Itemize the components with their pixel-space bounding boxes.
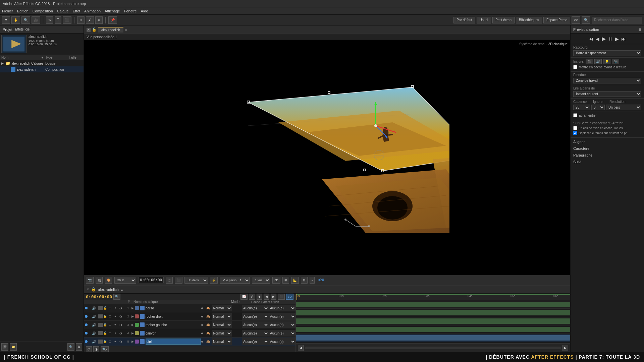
expand-icon[interactable]: ▶ xyxy=(1,62,5,65)
layer-3-shy[interactable]: 🙈 xyxy=(206,323,212,326)
tool-hand[interactable]: ✋ xyxy=(11,16,20,24)
comp-tab[interactable]: alex radelich xyxy=(98,27,123,33)
timeline-options[interactable]: ≡ xyxy=(121,288,123,292)
keyframe-nav-left[interactable]: ◀ xyxy=(264,294,269,300)
layer-1-audio[interactable]: 🔊 xyxy=(92,306,98,310)
paragraphe-section[interactable]: Paragraphe xyxy=(571,151,644,158)
quality-select[interactable]: Un demi xyxy=(184,277,208,284)
layer-2-effects[interactable]: ✦ xyxy=(114,315,119,318)
timeline-lock-icon[interactable]: 🔓 xyxy=(91,287,96,292)
3d-view-btn[interactable]: 3D xyxy=(272,277,280,284)
layer-1-solo[interactable] xyxy=(98,306,103,310)
search-button[interactable]: 🔍 xyxy=(582,16,590,24)
pixel-aspect-btn[interactable]: ▪ xyxy=(310,277,315,284)
new-folder-btn[interactable]: 📁 xyxy=(10,343,17,351)
layer-3-solo[interactable] xyxy=(98,323,103,327)
layer-1-motion-blur[interactable]: ◑ xyxy=(119,306,125,310)
timeline-ruler[interactable]: 0s 01s 02s 03s 04s 05s 06s 07s 08s 09s 1… xyxy=(296,294,570,300)
layer-2-mode-select[interactable]: Normal xyxy=(212,313,232,320)
layer-3-mode-select[interactable]: Normal xyxy=(212,321,232,328)
layer-3-link-select[interactable]: Aucun(e) xyxy=(269,321,296,328)
etendue-select[interactable]: Zone de travail xyxy=(573,78,641,83)
raccourci-select[interactable]: Barre d'espacement xyxy=(573,50,641,56)
graph-editor-btn[interactable]: 📈 xyxy=(240,294,248,300)
cadence-select[interactable]: 25 xyxy=(573,105,590,110)
layer-1-shy[interactable]: 🙈 xyxy=(206,306,212,310)
layer-5-expand[interactable]: ▶ xyxy=(131,340,135,343)
layer-4-shy[interactable]: 🙈 xyxy=(206,331,212,335)
menu-fichier[interactable]: Fichier xyxy=(2,9,13,13)
menu-aide[interactable]: Aide xyxy=(141,9,148,13)
go-to-start-btn[interactable]: ⏮ xyxy=(588,36,594,42)
layer-2-solo[interactable] xyxy=(98,314,103,318)
menu-effet[interactable]: Effet xyxy=(73,9,80,13)
suivi-section[interactable]: Suivi xyxy=(571,158,644,165)
prev-frame-btn[interactable]: ◀ xyxy=(595,36,600,42)
menu-fenetre[interactable]: Fenêtre xyxy=(124,9,137,13)
layer-2-parent-select[interactable]: Aucun(e) xyxy=(242,313,269,320)
layer-row-2[interactable]: 🔊 🔓 ⬡ ✦ ◑ 2 ▶ rocher droit ◆ xyxy=(84,312,296,321)
view-count-select[interactable]: 1 vue xyxy=(252,277,270,284)
layer-5-visibility[interactable] xyxy=(85,340,88,343)
show-channel-btn[interactable]: 🎨 xyxy=(105,277,112,284)
menu-affichage[interactable]: Affichage xyxy=(105,9,120,13)
include-overflow-btn[interactable]: 💡 xyxy=(603,59,610,64)
layer-2-lock[interactable]: 🔓 xyxy=(103,315,109,318)
playhead[interactable] xyxy=(297,294,297,300)
layer-5-solo[interactable] xyxy=(98,340,103,344)
layer-4-3d[interactable]: ⬡ xyxy=(109,331,114,335)
layer-3-parent-select[interactable]: Aucun(e) xyxy=(242,321,269,328)
layer-4-link-select[interactable]: Aucun(e) xyxy=(269,330,296,337)
layer-2-link-select[interactable]: Aucun(e) xyxy=(269,313,296,320)
timeline-zoom-out-btn[interactable]: 🔍- xyxy=(101,346,109,352)
project-delete-btn[interactable]: 🗑 xyxy=(76,343,82,351)
skip-cache-checkbox[interactable] xyxy=(573,65,577,69)
timeline-scroll-right[interactable]: ▶ xyxy=(562,345,568,351)
include-video-btn[interactable]: 🎬 xyxy=(586,59,593,64)
menu-edition[interactable]: Edition xyxy=(17,9,29,13)
include-custom-btn[interactable]: 📷 xyxy=(612,59,619,64)
workspace-espace-perso[interactable]: Espace Perso xyxy=(543,17,570,23)
layer-1-mode-select[interactable]: Normal xyxy=(212,305,232,311)
layer-2-motion-blur[interactable]: ◑ xyxy=(119,315,125,318)
layer-3-3d[interactable]: ⬡ xyxy=(109,323,114,326)
project-item-comp[interactable]: alex radelich Composition xyxy=(0,66,84,72)
workspace-default[interactable]: Par défaut xyxy=(453,17,475,23)
workspace-bibliothèques[interactable]: Bibliothèques xyxy=(516,17,542,23)
timeline-scrollbar[interactable] xyxy=(305,347,561,349)
project-item-folder[interactable]: ▶ 📁 alex radelich Calques Dossier xyxy=(0,60,84,66)
layer-5-motion-blur[interactable]: ◑ xyxy=(119,340,125,343)
comp-options-icon[interactable]: ≡ xyxy=(125,28,127,32)
layer-4-keyframe-btn[interactable]: ◆ xyxy=(201,331,206,335)
work-area-bar[interactable] xyxy=(296,294,570,295)
layer-4-parent-select[interactable]: Aucun(e) xyxy=(242,330,269,337)
layer-row-5[interactable]: 🔊 🔓 ⬡ ✦ ◑ 5 ▶ ◆ 🙈 xyxy=(84,338,296,346)
region-of-interest-btn[interactable]: ⬚ xyxy=(166,277,173,284)
menu-calque[interactable]: Calque xyxy=(57,9,69,13)
tool-clone[interactable]: ◈ xyxy=(95,16,103,24)
layer-2-audio[interactable]: 🔊 xyxy=(92,315,98,318)
layer-5-lock[interactable]: 🔓 xyxy=(103,340,109,343)
layer-4-visibility[interactable] xyxy=(85,332,88,335)
preview-collapse-btn[interactable]: ≡ xyxy=(639,27,641,32)
zoom-select[interactable]: 50 % xyxy=(114,277,136,284)
workspace-usuel[interactable]: Usuel xyxy=(477,17,491,23)
tool-anchor[interactable]: ⊕ xyxy=(77,16,85,24)
lire-select[interactable]: Instant courant xyxy=(573,91,641,97)
layer-4-lock[interactable]: 🔓 xyxy=(103,331,109,335)
layer-5-keyframe-btn[interactable]: ◆ xyxy=(201,340,206,343)
layer-2-3d[interactable]: ⬡ xyxy=(109,315,114,318)
next-frame-btn[interactable]: ▶ xyxy=(614,36,620,42)
search-layers-btn[interactable]: 🔍 xyxy=(113,294,120,300)
layer-5-3d[interactable]: ⬡ xyxy=(109,340,114,343)
layer-2-visibility[interactable] xyxy=(85,315,88,318)
layer-1-visibility[interactable] xyxy=(85,307,88,309)
workspace-more[interactable]: >> xyxy=(572,16,580,24)
snapshot-btn[interactable]: 📷 xyxy=(86,277,94,284)
timeline-bottom-btn2[interactable]: ◑ xyxy=(93,346,99,352)
tool-zoom[interactable]: 🔍 xyxy=(21,16,30,24)
layer-5-name-input[interactable] xyxy=(146,339,201,345)
menu-animation[interactable]: Animation xyxy=(84,9,101,13)
layer-1-effects[interactable]: ✦ xyxy=(114,306,119,310)
full-screen-checkbox[interactable] xyxy=(573,113,577,117)
